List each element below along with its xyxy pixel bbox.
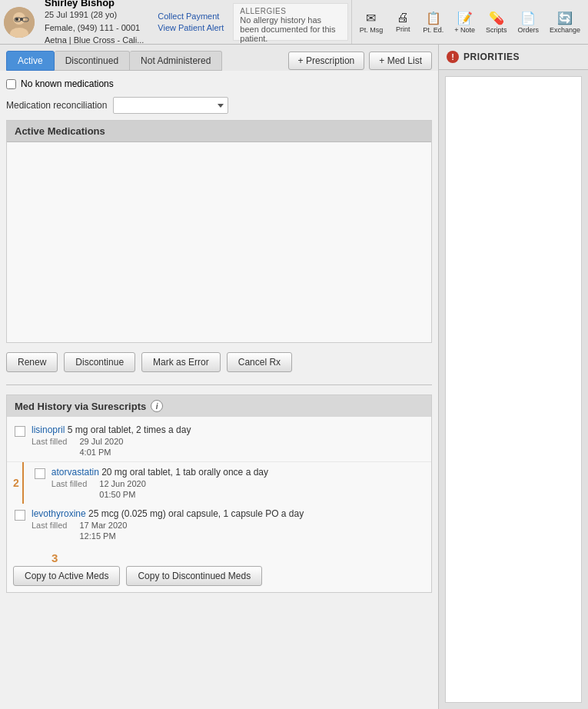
- med-item-2-filled: Last filled 12 Jun 2020: [51, 479, 424, 488]
- pt-msg-button[interactable]: ✉ Pt. Msg: [355, 8, 388, 37]
- pt-ed-icon: 📋: [426, 11, 441, 25]
- priorities-header: ! PRIORITIES: [439, 45, 588, 70]
- pt-msg-icon: ✉: [366, 11, 376, 25]
- patient-name: Shirley Bishop: [45, 0, 145, 8]
- med-history-title: Med History via Surescripts: [15, 401, 146, 412]
- no-known-meds-row: No known medications: [6, 77, 432, 91]
- med-item-3-name: levothyroxine 25 mcg (0.025 mg) oral cap…: [32, 508, 424, 519]
- print-button[interactable]: 🖨 Print: [389, 8, 417, 36]
- med-item-1-name: lisinopril 5 mg oral tablet, 2 times a d…: [32, 424, 424, 435]
- list-item: atorvastatin 20 mg oral tablet, 1 tab or…: [27, 462, 431, 504]
- discontinue-button[interactable]: Discontinue: [64, 352, 135, 372]
- avatar: [0, 0, 38, 44]
- active-medications-content: [7, 142, 431, 342]
- exchange-button[interactable]: 🔄 Exchange: [545, 8, 585, 37]
- header-action-links: Collect Payment View Patient Alert: [151, 0, 230, 44]
- scripts-button[interactable]: 💊 Scripts: [481, 8, 512, 37]
- no-known-meds-checkbox[interactable]: [6, 79, 16, 89]
- scripts-icon: 💊: [489, 11, 504, 25]
- renew-button[interactable]: Renew: [6, 352, 58, 372]
- orders-icon: 📄: [520, 11, 536, 25]
- allergies-label: ALLERGIES: [240, 7, 341, 15]
- separator: [6, 384, 432, 385]
- priority-icon: !: [447, 51, 459, 63]
- med-item-1-filled: Last filled 29 Jul 2020: [32, 437, 424, 446]
- main-layout: Active Discontinued Not Administered + P…: [0, 45, 588, 709]
- priorities-label: PRIORITIES: [463, 52, 520, 62]
- med-item-2-name: atorvastatin 20 mg oral tablet, 1 tab or…: [51, 467, 424, 478]
- med-item-3-filled: Last filled 17 Mar 2020: [32, 521, 424, 530]
- exchange-icon: 🔄: [557, 11, 573, 25]
- copy-discontinued-meds-button[interactable]: Copy to Discontinued Meds: [126, 566, 262, 586]
- patient-dob: 25 Jul 1991 (28 yo): [45, 8, 145, 22]
- med-item-3-checkbox[interactable]: [15, 510, 25, 521]
- mark-as-error-button[interactable]: Mark as Error: [141, 352, 221, 372]
- med-reconciliation-row: Medication reconciliation: [6, 97, 432, 114]
- avatar-image: [4, 7, 35, 38]
- no-known-meds-label: No known medications: [21, 78, 114, 89]
- med-history-header: Med History via Surescripts i: [7, 395, 431, 417]
- toolbar: ✉ Pt. Msg 🖨 Print 📋 Pt. Ed. 📝 + Note 💊 S…: [351, 0, 588, 44]
- med-item-2-checkbox[interactable]: [35, 468, 45, 479]
- med-group-2: 2 atorvastatin 20 mg o: [7, 462, 431, 504]
- list-item: lisinopril 5 mg oral tablet, 2 times a d…: [7, 420, 431, 462]
- orders-button[interactable]: 📄 Orders: [513, 8, 543, 37]
- tab-bar: Active Discontinued Not Administered + P…: [0, 45, 438, 71]
- med-history-list: lisinopril 5 mg oral tablet, 2 times a d…: [7, 417, 431, 548]
- info-icon[interactable]: i: [151, 400, 163, 412]
- med-history-section: Med History via Surescripts i lisinopril…: [6, 394, 432, 593]
- active-medications-header: Active Medications: [7, 121, 431, 142]
- svg-point-3: [15, 18, 18, 21]
- view-patient-alert-link[interactable]: View Patient Alert: [158, 23, 224, 32]
- tab-not-administered[interactable]: Not Administered: [130, 51, 222, 71]
- med-list-button[interactable]: + Med List: [369, 52, 432, 70]
- med-item-2-content: atorvastatin 20 mg oral tablet, 1 tab or…: [51, 467, 424, 499]
- print-icon: 🖨: [397, 11, 409, 25]
- patient-gender-phone: Female, (949) 111 - 0001: [45, 22, 145, 35]
- group-number-badge: 2: [7, 462, 22, 504]
- tab-active[interactable]: Active: [6, 51, 55, 71]
- med-item-1-checkbox[interactable]: [15, 426, 25, 437]
- bottom-number-badge: 3: [13, 551, 58, 566]
- left-panel: Active Discontinued Not Administered + P…: [0, 45, 438, 709]
- content-area: No known medications Medication reconcil…: [0, 71, 438, 709]
- med-reconciliation-label: Medication reconciliation: [6, 100, 107, 111]
- list-item: levothyroxine 25 mcg (0.025 mg) oral cap…: [7, 504, 431, 545]
- allergies-text: No allergy history has been documented f…: [240, 15, 341, 43]
- active-medications-section: Active Medications: [6, 120, 432, 343]
- collect-payment-link[interactable]: Collect Payment: [158, 12, 224, 21]
- priorities-content: [445, 76, 582, 703]
- tab-actions: + Prescription + Med List: [288, 52, 432, 70]
- cancel-rx-button[interactable]: Cancel Rx: [227, 352, 292, 372]
- med-action-buttons: Renew Discontinue Mark as Error Cancel R…: [6, 349, 432, 375]
- right-sidebar: ! PRIORITIES: [438, 45, 588, 709]
- copy-button-bar: Copy to Active Meds Copy to Discontinued…: [13, 566, 262, 586]
- med-item-1-content: lisinopril 5 mg oral tablet, 2 times a d…: [32, 424, 424, 457]
- note-button[interactable]: 📝 + Note: [450, 8, 480, 37]
- prescription-button[interactable]: + Prescription: [288, 52, 365, 70]
- med-reconciliation-dropdown[interactable]: [113, 97, 228, 114]
- med-item-3-content: levothyroxine 25 mcg (0.025 mg) oral cap…: [32, 508, 424, 541]
- allergies-box: ALLERGIES No allergy history has been do…: [233, 3, 347, 41]
- pt-ed-button[interactable]: 📋 Pt. Ed.: [418, 8, 448, 37]
- header: Shirley Bishop 25 Jul 1991 (28 yo) Femal…: [0, 0, 588, 45]
- patient-info: Shirley Bishop 25 Jul 1991 (28 yo) Femal…: [38, 0, 151, 44]
- note-icon: 📝: [457, 11, 473, 25]
- copy-active-meds-button[interactable]: Copy to Active Meds: [13, 566, 120, 586]
- tab-discontinued[interactable]: Discontinued: [55, 51, 130, 71]
